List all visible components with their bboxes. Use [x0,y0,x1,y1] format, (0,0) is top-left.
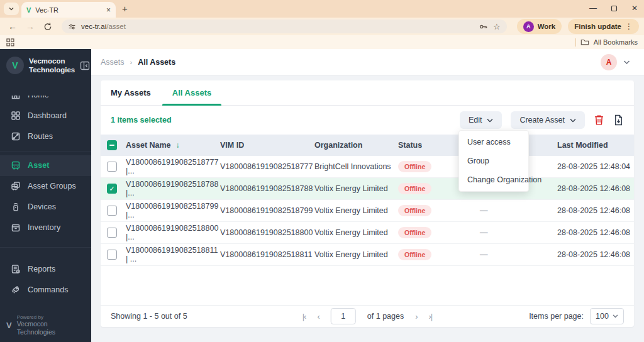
row-checkbox[interactable] [107,228,117,238]
url-bar[interactable]: vec-tr.ai/asset ☆ [62,19,507,33]
row-checkbox[interactable]: ✓ [107,184,117,194]
col-status[interactable]: Status [398,141,467,150]
sidebar-item-commands[interactable]: Commands [0,280,91,301]
all-bookmarks-button[interactable]: All Bookmarks [575,38,638,47]
table-row[interactable]: V18000861919082518800 |... V180008619190… [101,222,634,244]
sidebar-item-devices[interactable]: Devices [0,197,91,218]
chevron-down-icon[interactable] [623,60,630,65]
status-badge: Offline [398,227,431,238]
edit-button[interactable]: Edit [460,111,502,129]
toolbar-actions: Edit Create Asset [460,111,624,129]
col-vim-id[interactable]: VIM ID [220,141,314,150]
header-user-menu[interactable]: A [601,54,630,70]
footer-company: Vecmocon Technologies [17,320,85,337]
sidebar-collapse-icon[interactable] [80,61,90,70]
col-organization[interactable]: Organization [314,141,398,150]
items-per-page-select[interactable]: 100 [590,308,624,324]
tab-all-assets[interactable]: All Assets [162,80,221,105]
next-page-icon[interactable]: › [415,312,417,321]
status-badge: Offline [398,249,431,260]
sidebar-item-dashboard[interactable]: Dashboard [0,106,91,126]
sort-desc-icon[interactable]: ↓ [176,141,180,150]
tab-strip: V Vec-TR × + — ✕ [0,0,644,18]
tab-my-assets[interactable]: My Assets [111,80,151,105]
main-content: Assets › All Assets A My Assets All Asse… [91,49,644,342]
sidebar: V Vecmocon Technologies Home Dashboard R… [0,49,91,342]
routes-icon [11,131,21,141]
back-icon[interactable]: ← [5,21,20,31]
sidebar-divider [0,151,91,152]
table-row[interactable]: ✓ V18000861919082518788 |... V1800086191… [101,178,634,200]
sidebar-item-home[interactable]: Home [0,85,91,106]
asset-groups-icon [11,181,21,191]
menu-item-group[interactable]: Group [459,152,528,170]
tab-search-button[interactable] [4,3,19,15]
menu-item-user-access[interactable]: User access [459,133,528,152]
vecmocon-footer-logo-icon: V [6,321,12,330]
tab-close-icon[interactable]: × [106,6,111,14]
status-badge: Offline [398,161,431,172]
url-text: vec-tr.ai/asset [81,23,474,30]
more-menu-icon[interactable]: ⋮ [625,22,633,31]
home-icon [11,90,21,100]
chevron-down-icon [487,118,493,123]
menu-item-change-organization[interactable]: Change Organization [459,170,528,189]
browser-tab[interactable]: V Vec-TR × [21,2,116,18]
create-asset-button[interactable]: Create Asset [511,111,585,129]
sidebar-item-asset-groups[interactable]: Asset Groups [0,176,91,197]
sidebar-footer: V Powered by Vecmocon Technologies [0,314,91,337]
avatar[interactable]: A [601,54,617,70]
vecmocon-logo-icon: V [6,57,24,74]
reload-icon[interactable] [40,22,55,31]
select-all-checkbox[interactable] [107,140,117,150]
forward-icon[interactable]: → [23,21,38,31]
password-key-icon[interactable] [479,22,488,31]
bookmark-star-icon[interactable]: ☆ [493,22,501,31]
page-input[interactable] [331,308,356,324]
col-asset-name[interactable]: Asset Name ↓ [126,141,220,150]
row-checkbox[interactable] [107,206,117,216]
first-page-icon[interactable]: |‹ [303,312,306,321]
app-window: V Vecmocon Technologies Home Dashboard R… [0,49,644,342]
reports-icon [11,264,21,274]
sidebar-item-asset[interactable]: Asset [0,155,91,176]
chevron-down-icon [8,6,14,12]
new-tab-button[interactable]: + [122,4,128,13]
sidebar-item-routes[interactable]: Routes [0,126,91,147]
restore-icon[interactable] [611,5,618,12]
devices-icon [11,202,21,212]
delete-trash-icon[interactable] [594,114,604,126]
table-empty-space [101,266,634,305]
table-row[interactable]: V18000861919082518811 | ... V18000861919… [101,244,634,266]
table-row[interactable]: V18000861919082518777 |... V180008619190… [101,156,634,178]
chevron-down-icon [613,314,618,318]
sidebar-item-inventory[interactable]: Inventory [0,218,91,238]
sidebar-item-reports[interactable]: Reports [0,259,91,280]
row-checkbox[interactable] [107,162,117,172]
showing-summary: Showing 1 - 5 out of 5 [111,312,187,321]
profile-chip[interactable]: A Work [517,19,562,34]
bookmarks-separator [575,38,576,47]
export-file-icon[interactable] [613,114,624,126]
last-page-icon[interactable]: ›| [429,312,433,321]
selection-count: 1 items selected [111,116,172,124]
apps-grid-icon[interactable] [6,38,14,47]
row-checkbox[interactable] [107,250,117,260]
profile-name: Work [538,23,556,30]
update-label: Finish update [574,23,621,30]
prev-page-icon[interactable]: ‹ [317,312,319,321]
close-icon[interactable]: ✕ [631,4,638,13]
tune-icon[interactable] [68,23,76,31]
breadcrumb-all-assets: All Assets [138,58,175,67]
sidebar-nav: Home Dashboard Routes Asset Asset Groups [0,85,91,301]
table-row[interactable]: V18000861919082518799 |... V180008619190… [101,200,634,222]
minimize-icon[interactable]: — [589,4,597,13]
status-badge: Offline [398,205,431,216]
col-last-modified[interactable]: Last Modified [549,141,634,150]
toolbar: 1 items selected Edit Create Asset [101,106,634,135]
breadcrumb-assets[interactable]: Assets [101,58,125,67]
brand-name: Vecmocon Technologies [29,57,75,75]
update-chip[interactable]: Finish update ⋮ [568,19,639,34]
inventory-box-icon [11,223,21,233]
assets-card: My Assets All Assets 1 items selected Ed… [101,80,634,327]
